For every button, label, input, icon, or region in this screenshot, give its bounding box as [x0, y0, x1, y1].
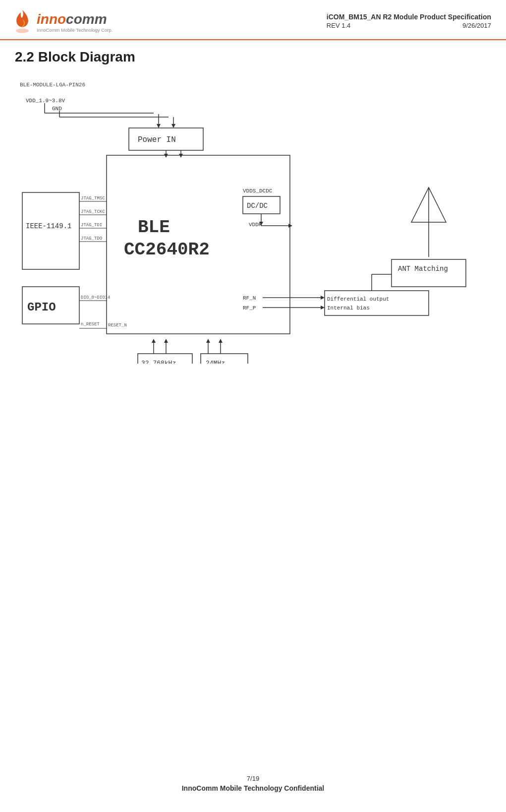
- confidential-label: InnoComm Mobile Technology Confidential: [0, 784, 506, 792]
- logo-text: innocomm InnoComm Mobile Technology Corp…: [37, 12, 112, 33]
- svg-rect-32: [392, 259, 466, 287]
- dcdc-label: DC/DC: [247, 202, 268, 210]
- logo-subtitle: InnoComm Mobile Technology Corp.: [37, 27, 112, 33]
- ble-label1: BLE: [138, 217, 170, 238]
- svg-marker-36: [152, 339, 156, 343]
- date-label: 9/26/2017: [462, 22, 491, 29]
- svg-marker-20: [288, 224, 292, 228]
- module-label: BLE-MODULE-LGA-PIN26: [20, 82, 85, 88]
- vdds-dcdc: VDDS_DCDC: [243, 188, 273, 194]
- dio-label: DIO_0~DIO14: [81, 295, 110, 300]
- logo-comm: comm: [66, 12, 107, 26]
- svg-rect-11: [22, 192, 79, 269]
- svg-marker-6: [157, 124, 161, 128]
- freq1-label: 32.768kHz: [141, 360, 176, 364]
- block-diagram: BLE-MODULE-LGA-PIN26 VDD_1.9~3.8V GND Po…: [0, 71, 506, 371]
- ieee-label: IEEE-1149.1: [26, 222, 71, 230]
- rev-label: REV 1.4: [327, 22, 350, 29]
- doc-title: iCOM_BM15_AN R2 Module Product Specifica…: [327, 13, 491, 21]
- power-in-label: Power IN: [138, 135, 176, 144]
- ant-matching-label: ANT Matching: [398, 265, 448, 273]
- vdd-label: VDD_1.9~3.8V: [26, 98, 65, 104]
- header-rev-date: REV 1.4 9/26/2017: [327, 22, 491, 29]
- freq2-label: 24MHz: [206, 360, 225, 364]
- diff-output: Differential output: [327, 296, 389, 302]
- header-info: iCOM_BM15_AN R2 Module Product Specifica…: [327, 9, 491, 29]
- section-title: 2.2 Block Diagram: [0, 40, 506, 71]
- jtag-tckc: JTAG_TCKC: [81, 209, 105, 214]
- svg-marker-27: [321, 306, 325, 310]
- svg-marker-40: [206, 339, 210, 343]
- page-header: innocomm InnoComm Mobile Technology Corp…: [0, 0, 506, 40]
- page-number: 7/19: [0, 775, 506, 782]
- svg-marker-42: [219, 339, 223, 343]
- n-reset-label: n_RESET: [81, 322, 100, 327]
- int-bias: Internal bias: [327, 305, 370, 311]
- svg-marker-38: [164, 339, 168, 343]
- page-footer: 7/19 InnoComm Mobile Technology Confiden…: [0, 775, 506, 792]
- logo-icon: [10, 9, 35, 36]
- rf-n-label: RF_N: [243, 295, 256, 301]
- svg-marker-8: [171, 124, 175, 128]
- jtag-tdo: JTAG_TDO: [81, 236, 102, 241]
- svg-point-0: [16, 28, 29, 33]
- jtag-tdi: JTAG_TDI: [81, 223, 102, 228]
- logo-area: innocomm InnoComm Mobile Technology Corp…: [10, 9, 112, 36]
- svg-marker-25: [321, 296, 325, 300]
- reset-n-label: RESET_N: [108, 323, 127, 328]
- ble-label2: CC2640R2: [124, 240, 210, 260]
- svg-rect-28: [325, 291, 429, 315]
- gnd-label: GND: [52, 106, 62, 112]
- diagram-svg: BLE-MODULE-LGA-PIN26 VDD_1.9~3.8V GND Po…: [15, 76, 491, 364]
- rf-p-label: RF_P: [243, 305, 256, 311]
- gpio-label: GPIO: [27, 301, 56, 314]
- jtag-tmsc: JTAG_TMSC: [81, 196, 105, 201]
- logo-inno: inno: [37, 12, 66, 26]
